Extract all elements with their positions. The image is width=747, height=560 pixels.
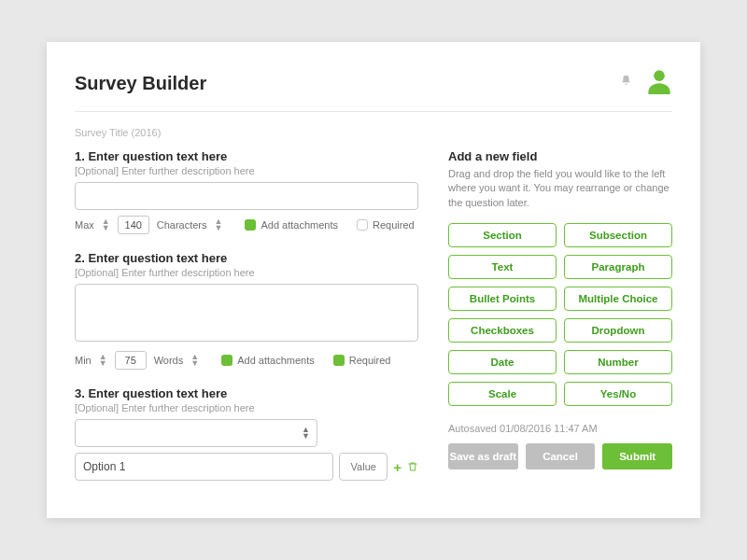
field-type-paragraph[interactable]: Paragraph <box>564 255 672 279</box>
option-value-input[interactable] <box>339 453 388 481</box>
page-title: Survey Builder <box>75 73 206 94</box>
checkbox-off-icon <box>357 219 368 231</box>
field-type-scale[interactable]: Scale <box>448 382 557 406</box>
option-text-input[interactable] <box>75 453 333 481</box>
checkbox-on-icon <box>221 355 233 366</box>
limit-label: Min <box>75 355 92 366</box>
add-attachments-toggle[interactable]: Add attachments <box>245 219 338 231</box>
action-buttons: Save as draft Cancel Submit <box>448 443 672 469</box>
field-type-grid: Section Subsection Text Paragraph Bullet… <box>448 223 672 406</box>
field-type-dropdown[interactable]: Dropdown <box>564 318 672 343</box>
option-row: + <box>75 453 418 481</box>
submit-button[interactable]: Submit <box>602 443 672 469</box>
question-description: [Optional] Enter further description her… <box>75 402 418 413</box>
question-title: 3. Enter question text here <box>75 386 418 400</box>
field-type-checkboxes[interactable]: Checkboxes <box>448 318 557 343</box>
left-column: 1. Enter question text here [Optional] E… <box>75 149 418 497</box>
limit-value-input[interactable] <box>115 351 147 370</box>
add-field-title: Add a new field <box>448 149 672 163</box>
unit-label: Words <box>154 355 184 366</box>
autosave-status: Autosaved 01/08/2016 11:47 AM <box>448 423 672 434</box>
required-toggle[interactable]: Required <box>333 355 391 366</box>
unit-stepper-icon[interactable] <box>215 218 223 231</box>
field-type-subsection[interactable]: Subsection <box>564 223 672 247</box>
field-type-bullets[interactable]: Bullet Points <box>448 287 557 311</box>
limit-stepper-icon[interactable] <box>99 354 107 367</box>
question-title: 2. Enter question text here <box>75 251 418 265</box>
question-description: [Optional] Enter further description her… <box>75 165 418 176</box>
cancel-button[interactable]: Cancel <box>526 443 596 469</box>
survey-subtitle: Survey Title (2016) <box>75 127 672 138</box>
header-icons <box>619 68 672 98</box>
user-avatar-icon[interactable] <box>646 68 672 98</box>
svg-point-0 <box>654 70 665 81</box>
question-select-input[interactable] <box>75 419 317 447</box>
question-settings-row: Min Words Add attachments Required <box>75 351 418 370</box>
question-select[interactable] <box>75 419 317 447</box>
field-type-number[interactable]: Number <box>564 350 672 374</box>
question-text-input[interactable] <box>75 182 418 210</box>
app-header: Survey Builder <box>75 68 672 112</box>
checkbox-on-icon <box>245 219 256 231</box>
question-textarea[interactable] <box>75 284 418 342</box>
unit-stepper-icon[interactable] <box>190 354 199 367</box>
question-block-2: 2. Enter question text here [Optional] E… <box>75 251 418 370</box>
field-type-text[interactable]: Text <box>448 255 557 279</box>
question-description: [Optional] Enter further description her… <box>75 267 418 278</box>
checkbox-on-icon <box>333 355 345 366</box>
save-draft-button[interactable]: Save as draft <box>448 443 518 469</box>
unit-label: Characters <box>157 219 207 231</box>
add-field-description: Drag and drop the field you would like t… <box>448 167 672 210</box>
add-option-icon[interactable]: + <box>393 459 402 475</box>
select-caret-icon <box>302 427 310 440</box>
field-type-multiple-choice[interactable]: Multiple Choice <box>564 287 672 311</box>
field-type-yesno[interactable]: Yes/No <box>564 382 672 406</box>
question-settings-row: Max Characters Add attachments Required <box>75 216 418 234</box>
required-toggle[interactable]: Required <box>357 219 415 231</box>
field-type-date[interactable]: Date <box>448 350 557 374</box>
field-type-section[interactable]: Section <box>448 223 557 247</box>
delete-option-icon[interactable] <box>407 460 418 473</box>
app-window: Survey Builder Survey Title (2016) 1. En… <box>47 42 700 518</box>
limit-stepper-icon[interactable] <box>102 218 110 231</box>
right-column: Add a new field Drag and drop the field … <box>448 149 672 497</box>
limit-label: Max <box>75 219 94 231</box>
main-columns: 1. Enter question text here [Optional] E… <box>75 149 672 497</box>
add-attachments-toggle[interactable]: Add attachments <box>221 355 315 366</box>
question-title: 1. Enter question text here <box>75 149 418 163</box>
question-block-3: 3. Enter question text here [Optional] E… <box>75 386 418 481</box>
limit-value-input[interactable] <box>118 216 149 234</box>
bell-icon[interactable] <box>619 74 633 92</box>
question-block-1: 1. Enter question text here [Optional] E… <box>75 149 418 234</box>
